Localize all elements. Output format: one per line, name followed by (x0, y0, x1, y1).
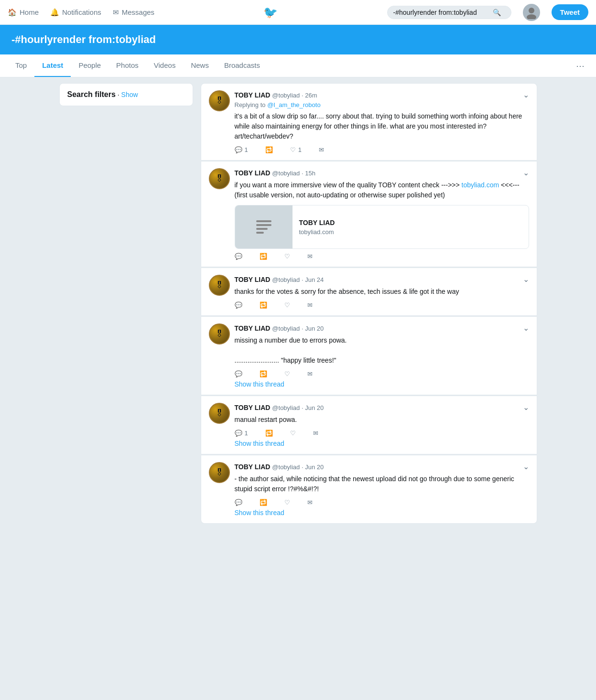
tab-photos[interactable]: Photos (108, 54, 146, 77)
share-action[interactable]: ✉ (307, 253, 313, 260)
reply-action[interactable]: 💬 (235, 302, 242, 309)
like-action[interactable]: ♡ (284, 370, 290, 377)
share-action[interactable]: ✉ (307, 499, 313, 506)
show-thread-link[interactable]: Show this thread (235, 380, 284, 388)
tweet-card: 🎖 TOBY LIAD @tobyliad · Jun 24 ⌄ thanks … (201, 268, 537, 316)
tweet-header: 🎖 TOBY LIAD @tobyliad · Jun 20 ⌄ missing… (209, 323, 529, 388)
tweet-card: 🎖 TOBY LIAD @tobyliad · Jun 20 ⌄ manual … (201, 396, 537, 454)
reply-icon: 💬 (235, 370, 242, 377)
tweet-meta: TOBY LIAD @tobyliad · 15h ⌄ (235, 168, 529, 177)
reply-action[interactable]: 💬 (235, 253, 242, 260)
like-icon: ♡ (284, 302, 290, 309)
retweet-action[interactable]: 🔁 (260, 370, 267, 377)
avatar: 🎖 (209, 168, 230, 189)
tweet-author: TOBY LIAD (235, 276, 271, 283)
reply-action[interactable]: 💬 (235, 370, 242, 377)
avatar: 🎖 (209, 462, 230, 483)
link-preview-url: tobyliad.com (299, 228, 522, 236)
reply-icon: 💬 (235, 146, 242, 153)
tweet-content-wrapper: TOBY LIAD @tobyliad · 15h ⌄ if you want … (235, 168, 529, 260)
tabs-more-icon[interactable]: ⋯ (572, 57, 588, 75)
retweet-action[interactable]: 🔁 (265, 430, 273, 437)
tweet-more-icon[interactable]: ⌄ (523, 90, 529, 99)
avatar: 🎖 (209, 403, 230, 424)
like-action[interactable]: ♡ (284, 253, 290, 260)
retweet-action[interactable]: 🔁 (260, 253, 267, 260)
tweet-more-icon[interactable]: ⌄ (523, 323, 529, 333)
tweet-actions: 💬 1 🔁 ♡ 1 ✉ (235, 146, 529, 153)
tab-videos[interactable]: Videos (146, 54, 184, 77)
top-nav: 🏠 Home 🔔 Notifications ✉ Messages 🐦 🔍 Tw… (0, 0, 596, 25)
tweet-header: 🎖 TOBY LIAD @tobyliad · Jun 24 ⌄ thanks … (209, 275, 529, 309)
like-action[interactable]: ♡ (284, 499, 290, 506)
tab-latest[interactable]: Latest (34, 54, 71, 77)
like-icon: ♡ (284, 370, 290, 377)
search-header: -#hourlyrender from:tobyliad (0, 25, 596, 54)
reply-to-link[interactable]: @I_am_the_roboto (267, 101, 321, 108)
tweet-author: TOBY LIAD (235, 91, 271, 99)
retweet-action[interactable]: 🔁 (260, 302, 267, 309)
link-preview-content: TOBY LIAD tobyliad.com (293, 205, 529, 248)
tweet-author: TOBY LIAD (235, 324, 271, 332)
tweet-more-icon[interactable]: ⌄ (523, 275, 529, 284)
tweet-meta: TOBY LIAD @tobyliad · 26m ⌄ (235, 90, 529, 99)
retweet-action[interactable]: 🔁 (265, 146, 273, 153)
tweet-handle: @tobyliad · Jun 24 (272, 276, 324, 283)
tweet-actions: 💬 🔁 ♡ ✉ (235, 370, 529, 377)
retweet-action[interactable]: 🔁 (260, 499, 267, 506)
tweet-text: manual restart powa. (235, 415, 529, 425)
reply-action[interactable]: 💬 (235, 499, 242, 506)
share-icon: ✉ (307, 370, 313, 377)
svg-rect-2 (256, 220, 271, 222)
avatar: 🎖 (209, 90, 230, 111)
tweet-button[interactable]: Tweet (552, 4, 588, 20)
tweet-more-icon[interactable]: ⌄ (523, 403, 529, 412)
tweet-author: TOBY LIAD (235, 463, 271, 471)
messages-link[interactable]: ✉ Messages (113, 8, 154, 17)
tabs-bar: Top Latest People Photos Videos News Bro… (0, 54, 596, 77)
search-icon: 🔍 (493, 9, 501, 16)
reply-icon: 💬 (235, 430, 242, 437)
reply-action[interactable]: 💬 1 (235, 430, 248, 437)
like-action[interactable]: ♡ (290, 430, 296, 437)
tab-broadcasts[interactable]: Broadcasts (217, 54, 268, 77)
tweet-card: 🎖 TOBY LIAD @tobyliad · 15h ⌄ if you wan… (201, 161, 537, 267)
search-input[interactable] (393, 9, 489, 16)
tweets-feed: 🎖 TOBY LIAD @tobyliad · 26m ⌄ Replying t… (201, 83, 537, 524)
tweet-link[interactable]: tobyliad.com (462, 181, 499, 189)
share-action[interactable]: ✉ (307, 302, 313, 309)
reply-action[interactable]: 💬 1 (235, 146, 248, 153)
tweet-content-wrapper: TOBY LIAD @tobyliad · Jun 20 ⌄ missing a… (235, 323, 529, 388)
avatar[interactable] (523, 4, 540, 21)
home-link[interactable]: 🏠 Home (8, 8, 39, 17)
share-icon: ✉ (307, 302, 313, 309)
show-thread-link[interactable]: Show this thread (235, 440, 284, 447)
envelope-icon: ✉ (113, 8, 119, 17)
svg-rect-3 (256, 224, 271, 226)
sidebar-show-link[interactable]: Show (121, 91, 138, 98)
avatar: 🎖 (209, 323, 230, 345)
tweet-header: 🎖 TOBY LIAD @tobyliad · 15h ⌄ if you wan… (209, 168, 529, 260)
share-action[interactable]: ✉ (313, 430, 318, 437)
link-preview-card[interactable]: TOBY LIAD tobyliad.com (235, 205, 529, 249)
home-label: Home (20, 8, 39, 16)
sidebar-dot: · (118, 91, 121, 98)
tweet-meta: TOBY LIAD @tobyliad · Jun 20 ⌄ (235, 462, 529, 471)
tweet-text: if you want a more immersive view of the… (235, 180, 529, 200)
share-action[interactable]: ✉ (319, 146, 324, 153)
like-action[interactable]: ♡ (284, 302, 290, 309)
tweet-more-icon[interactable]: ⌄ (523, 462, 529, 471)
tweet-meta: TOBY LIAD @tobyliad · Jun 24 ⌄ (235, 275, 529, 284)
tweet-more-icon[interactable]: ⌄ (523, 168, 529, 177)
tab-top[interactable]: Top (8, 54, 34, 77)
like-action[interactable]: ♡ 1 (290, 146, 302, 153)
notifications-link[interactable]: 🔔 Notifications (50, 8, 101, 17)
tweet-author: TOBY LIAD (235, 404, 271, 411)
like-icon: ♡ (290, 146, 296, 153)
tab-people[interactable]: People (71, 54, 108, 77)
tweet-handle: @tobyliad · Jun 20 (272, 404, 324, 411)
tab-news[interactable]: News (183, 54, 217, 77)
show-thread-link[interactable]: Show this thread (235, 509, 284, 517)
share-action[interactable]: ✉ (307, 370, 313, 377)
retweet-icon: 🔁 (265, 430, 273, 437)
